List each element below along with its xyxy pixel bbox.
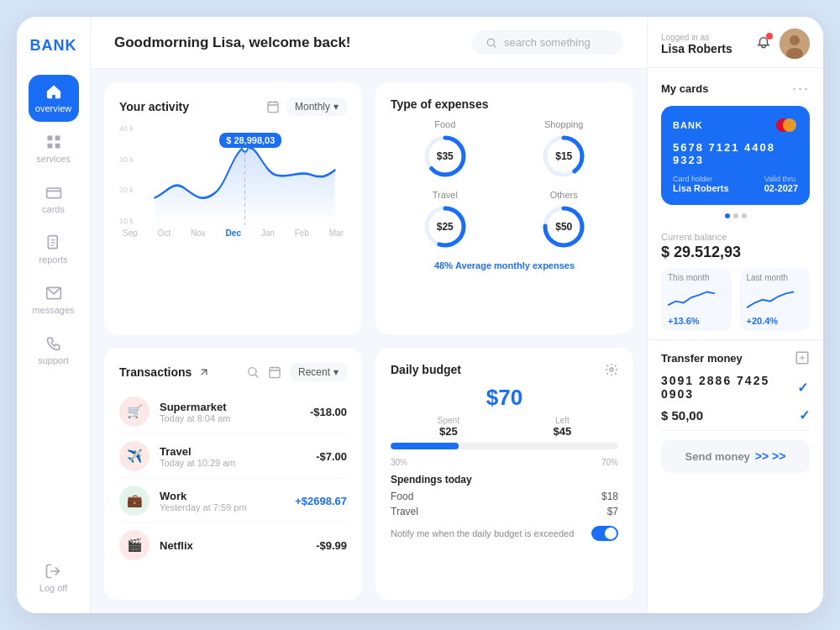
search-icon — [486, 37, 497, 49]
grid-icon — [45, 134, 62, 150]
transaction-filter-label: Recent — [298, 366, 330, 378]
svg-point-33 — [610, 368, 613, 371]
last-month-label: Last month — [747, 273, 804, 282]
send-money-label: Send money — [685, 450, 750, 463]
user-logged-label: Logged in as — [661, 33, 748, 42]
activity-card: Your activity Monthly ▾ — [104, 82, 362, 334]
transfer-icon[interactable] — [795, 350, 810, 365]
tx-travel-icon: ✈️ — [119, 441, 150, 471]
logout-button[interactable]: Log off — [39, 563, 67, 593]
card-valid-label: Valid thru — [764, 175, 798, 183]
card-dot-1[interactable] — [725, 213, 730, 218]
my-cards-header: My cards ··· — [661, 80, 810, 97]
notify-row: Notify me when the daily budget is excee… — [391, 526, 618, 541]
tx-netflix-name: Netflix — [160, 539, 306, 552]
svg-rect-1 — [55, 136, 60, 141]
avatar — [780, 29, 810, 59]
search-transactions-icon[interactable] — [246, 365, 260, 379]
svg-rect-4 — [46, 188, 60, 198]
sidebar-item-label-cards: cards — [42, 204, 65, 214]
filter-calendar-icon[interactable] — [268, 365, 281, 379]
card-dot-3[interactable] — [742, 213, 747, 218]
budget-card-header: Daily budget — [391, 363, 618, 376]
budget-progress-spent-label: 30% — [391, 458, 407, 467]
tx-netflix-icon: 🎬 — [119, 530, 150, 560]
expense-travel-circle: $25 — [422, 203, 469, 250]
expense-travel-label: Travel — [433, 190, 458, 200]
tx-work-amount: +$2698.67 — [295, 495, 347, 507]
this-month-change: +13.6% — [668, 316, 725, 326]
transaction-item[interactable]: 💼 Work Yesterday at 7:59 pm +$2698.67 — [119, 479, 347, 523]
sidebar-item-label-services: services — [36, 154, 70, 164]
notify-toggle[interactable] — [591, 526, 618, 541]
export-icon[interactable] — [198, 366, 210, 378]
sidebar-item-reports[interactable]: reports — [29, 226, 79, 273]
tx-supermarket-icon: 🛒 — [119, 396, 150, 427]
sidebar-item-label-reports: reports — [39, 255, 67, 265]
budget-amount: $70 — [391, 385, 618, 411]
expense-shopping-circle: $15 — [540, 133, 587, 180]
svg-rect-0 — [47, 136, 52, 141]
balance-stats: This month +13.6% Last month +20.4% — [661, 268, 810, 331]
user-info: Logged in as Lisa Roberts — [661, 33, 748, 55]
sidebar: BANK overview services cards — [17, 17, 91, 613]
activity-chart: 40 k 30 k 20 k 10 k — [119, 124, 347, 225]
calendar-icon[interactable] — [266, 100, 280, 113]
transaction-item[interactable]: 🎬 Netflix -$9.99 — [119, 523, 347, 567]
send-money-button[interactable]: Send money >> >> — [661, 439, 810, 473]
sidebar-item-overview[interactable]: overview — [29, 75, 79, 122]
transfer-section: Transfer money 3091 2886 7425 0903 ✓ $ 5… — [648, 340, 823, 473]
tx-supermarket-time: Today at 8:04 am — [160, 413, 300, 423]
transaction-item[interactable]: 🛒 Supermarket Today at 8:04 am -$18.00 — [119, 390, 347, 434]
expense-shopping: Shopping $15 — [510, 119, 619, 180]
search-bar[interactable]: search something — [472, 30, 623, 55]
expense-food-circle: $35 — [422, 133, 469, 180]
transaction-item[interactable]: ✈️ Travel Today at 10:29 am -$7.00 — [119, 434, 347, 479]
spending-travel-value: $7 — [607, 506, 618, 517]
this-month-sparkline — [668, 286, 715, 309]
last-month-stat: Last month +20.4% — [740, 268, 811, 331]
mail-icon — [45, 285, 62, 302]
expenses-footer-text: Average monthly expenses — [455, 260, 575, 270]
transfer-amount-row[interactable]: $ 50,00 ✓ — [661, 407, 810, 431]
budget-stats-row: Spent $25 Left $45 — [391, 416, 618, 438]
chevron-down-icon: ▾ — [333, 366, 339, 378]
spendings-today-title: Spendings today — [391, 474, 618, 486]
expenses-footer: 48% Average monthly expenses — [391, 260, 618, 270]
sidebar-item-support[interactable]: support — [29, 327, 79, 374]
sidebar-item-cards[interactable]: cards — [29, 176, 79, 223]
activity-card-header: Your activity Monthly ▾ — [119, 97, 347, 116]
budget-progress-labels: 30% 70% — [391, 458, 618, 467]
card-dot-2[interactable] — [733, 213, 738, 218]
svg-line-28 — [255, 375, 258, 377]
period-selector[interactable]: Monthly ▾ — [286, 97, 347, 116]
card-valid-date: 02-2027 — [764, 183, 798, 193]
tx-travel-amount: -$7.00 — [316, 450, 347, 463]
expense-food-value: $35 — [437, 150, 454, 162]
expenses-card: Type of expenses Food $35 — [375, 82, 633, 334]
transaction-filter[interactable]: Recent ▾ — [290, 363, 347, 381]
avatar-image — [780, 29, 810, 59]
expense-travel: Travel $25 — [391, 190, 500, 250]
mastercard-icon — [774, 118, 798, 133]
expense-others-circle: $50 — [540, 203, 587, 250]
sidebar-item-label-overview: overview — [35, 103, 71, 113]
sidebar-item-services[interactable]: services — [29, 125, 79, 172]
this-month-label: This month — [668, 273, 725, 282]
budget-progress-fill — [391, 443, 459, 449]
spending-food-label: Food — [391, 491, 413, 502]
budget-settings-icon[interactable] — [605, 363, 618, 376]
transactions-title: Transactions — [119, 365, 192, 379]
logout-icon — [45, 563, 61, 580]
budget-spent: Spent $25 — [438, 416, 459, 438]
notification-dot — [766, 33, 773, 39]
spending-food-value: $18 — [601, 491, 618, 502]
user-bar: Logged in as Lisa Roberts — [648, 17, 823, 68]
sidebar-item-messages[interactable]: messages — [29, 276, 79, 323]
balance-section: Current balance $ 29.512,93 This month +… — [648, 232, 823, 340]
budget-left-value: $45 — [554, 425, 572, 438]
bank-card-bank-name: BANK — [673, 120, 703, 130]
notification-bell[interactable] — [756, 34, 771, 53]
my-cards-more-button[interactable]: ··· — [792, 80, 810, 97]
budget-progress-bar — [391, 443, 618, 449]
